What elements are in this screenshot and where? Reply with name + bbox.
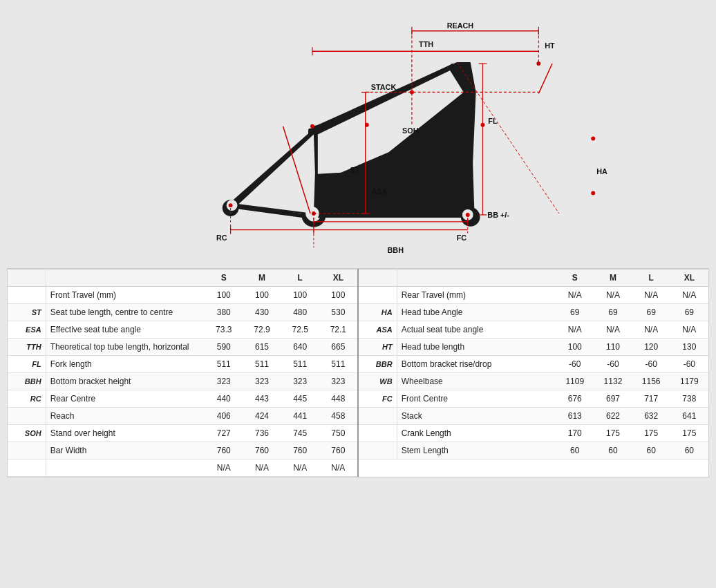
right-table-row: FCFront Centre676697717738 [359, 390, 708, 408]
value-cell: 323 [205, 373, 243, 390]
svg-text:REACH: REACH [447, 21, 474, 29]
label-cell: Stand over height [46, 425, 205, 442]
svg-text:ST: ST [350, 165, 359, 173]
abbrev-cell: RC [8, 390, 46, 408]
value-cell: 1179 [670, 373, 708, 390]
left-table-row: N/AN/AN/AN/A [8, 459, 357, 477]
abbrev-cell: BBH [8, 373, 46, 390]
left-table-row: Bar Width760760760760 [8, 442, 357, 459]
label-cell: Bottom bracket height [46, 373, 205, 390]
left-table-row: ESAEffective seat tube angle73.372.972.5… [8, 321, 357, 339]
value-cell: N/A [670, 321, 708, 339]
abbrev-cell: ASA [359, 321, 397, 339]
value-cell: 100 [556, 339, 594, 356]
value-cell: 727 [205, 425, 243, 442]
value-cell: 760 [205, 442, 243, 459]
svg-text:HT: HT [545, 41, 555, 50]
value-cell: 750 [319, 425, 357, 442]
value-cell: 60 [594, 442, 632, 459]
value-cell: -60 [594, 356, 632, 373]
svg-point-54 [310, 124, 314, 128]
value-cell: 632 [632, 408, 670, 425]
value-cell: N/A [243, 459, 281, 477]
left-label-header [46, 269, 205, 287]
left-table-row: STSeat tube length, centre to centre3804… [8, 304, 357, 321]
diagram-area: REACH TTH HT STACK SOH FL ST ASA BB +/- … [7, 7, 709, 263]
value-cell: -60 [556, 356, 594, 373]
value-cell: N/A [670, 287, 708, 304]
left-table-row: BBHBottom bracket height323323323323 [8, 373, 357, 390]
value-cell: 72.9 [243, 321, 281, 339]
value-cell: 511 [319, 356, 357, 373]
value-cell: 323 [319, 373, 357, 390]
value-cell: 130 [670, 339, 708, 356]
right-l-header: L [632, 269, 670, 287]
value-cell: 697 [594, 390, 632, 408]
svg-text:ASA: ASA [372, 187, 388, 196]
right-table-row: ASAActual seat tube angleN/AN/AN/AN/A [359, 321, 708, 339]
value-cell: 641 [670, 408, 708, 425]
value-cell: 760 [319, 442, 357, 459]
value-cell: N/A [556, 287, 594, 304]
value-cell: 443 [243, 390, 281, 408]
value-cell: 60 [670, 442, 708, 459]
abbrev-cell: ESA [8, 321, 46, 339]
value-cell: 665 [319, 339, 357, 356]
value-cell: 511 [205, 356, 243, 373]
right-m-header: M [594, 269, 632, 287]
value-cell: 717 [632, 390, 670, 408]
svg-text:FC: FC [457, 234, 467, 242]
label-cell: Crank Length [397, 425, 556, 442]
right-label-header [397, 269, 556, 287]
label-cell: Stem Length [397, 442, 556, 459]
value-cell: 69 [632, 304, 670, 321]
svg-text:BBH: BBH [388, 246, 404, 254]
right-table-row: BBRBottom bracket rise/drop-60-60-60-60 [359, 356, 708, 373]
abbrev-cell [359, 425, 397, 442]
abbrev-cell: BBR [359, 356, 397, 373]
bike-diagram: REACH TTH HT STACK SOH FL ST ASA BB +/- … [99, 16, 617, 261]
value-cell: N/A [319, 459, 357, 477]
value-cell: N/A [632, 321, 670, 339]
left-m-header: M [243, 269, 281, 287]
label-cell: Actual seat tube angle [397, 321, 556, 339]
abbrev-cell: FC [359, 390, 397, 408]
left-header-row: S M L XL [8, 269, 357, 287]
svg-text:STACK: STACK [371, 82, 397, 91]
abbrev-cell [359, 442, 397, 459]
left-table-row: FLFork length511511511511 [8, 356, 357, 373]
abbrev-cell: FL [8, 356, 46, 373]
label-cell: Theoretical top tube length, horizontal [46, 339, 205, 356]
svg-point-53 [536, 61, 540, 66]
label-cell: Rear Travel (mm) [397, 287, 556, 304]
value-cell: 615 [243, 339, 281, 356]
value-cell: 323 [243, 373, 281, 390]
abbrev-cell [359, 287, 397, 304]
right-xl-header: XL [670, 269, 708, 287]
left-table-row: SOHStand over height727736745750 [8, 425, 357, 442]
label-cell: Rear Centre [46, 390, 205, 408]
right-table-row: Stack613622632641 [359, 408, 708, 425]
value-cell: 511 [281, 356, 319, 373]
value-cell: 511 [243, 356, 281, 373]
svg-point-56 [312, 211, 316, 216]
value-cell: 60 [556, 442, 594, 459]
value-cell: 175 [670, 425, 708, 442]
value-cell: 441 [281, 408, 319, 425]
value-cell: 100 [281, 287, 319, 304]
label-cell: Bottom bracket rise/drop [397, 356, 556, 373]
value-cell: 430 [243, 304, 281, 321]
value-cell: N/A [632, 287, 670, 304]
right-table-row: HTHead tube length100110120130 [359, 339, 708, 356]
svg-point-57 [229, 203, 233, 207]
abbrev-cell: HT [359, 339, 397, 356]
value-cell: 530 [319, 304, 357, 321]
abbrev-cell: WB [359, 373, 397, 390]
value-cell: 458 [319, 408, 357, 425]
label-cell: Head tube Angle [397, 304, 556, 321]
value-cell: 72.1 [319, 321, 357, 339]
value-cell: 738 [670, 390, 708, 408]
value-cell: 676 [556, 390, 594, 408]
label-cell: Bar Width [46, 442, 205, 459]
value-cell: -60 [632, 356, 670, 373]
